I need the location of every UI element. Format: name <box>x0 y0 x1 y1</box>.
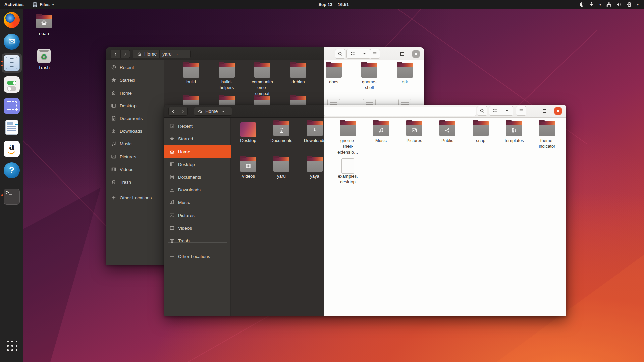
app-menu-files[interactable]: Files ▼ <box>30 0 57 9</box>
file-item-videos[interactable]: Videos <box>232 105 264 105</box>
sidebar-item-desktop[interactable]: Desktop <box>164 158 231 171</box>
location-entry[interactable] <box>324 107 476 116</box>
sidebar-item-pictures[interactable]: Pictures <box>164 209 231 222</box>
night-light-icon <box>579 2 584 7</box>
dock-item-thunderbird[interactable] <box>4 34 20 50</box>
sidebar-item-desktop[interactable]: Desktop <box>106 99 164 112</box>
file-item-yaya[interactable]: yayayaya <box>299 105 331 105</box>
sidebar-item-pictures[interactable]: Pictures <box>106 150 164 163</box>
file-item-gnome-shell[interactable]: gnome-shell <box>353 47 385 48</box>
file-item-debian[interactable]: debian <box>282 47 314 48</box>
list-view-button[interactable] <box>347 49 359 58</box>
clock-icon <box>169 123 175 129</box>
folder-icon <box>307 159 323 172</box>
dock-item-files[interactable] <box>4 55 20 71</box>
file-item-build[interactable]: build <box>175 47 207 48</box>
sidebar-item-home[interactable]: Home <box>106 86 164 99</box>
front-window-path-bar[interactable]: Home <box>194 107 232 116</box>
folder-icon <box>373 123 389 136</box>
file-item-theme-indicator[interactable]: theme-indicator <box>531 105 563 105</box>
list-view-button[interactable] <box>489 106 501 115</box>
clock-date: Sep 13 <box>318 2 332 7</box>
dock-item-amazon[interactable] <box>4 141 20 157</box>
back-button[interactable] <box>169 107 178 115</box>
file-item-music[interactable]: Music <box>365 105 397 105</box>
sidebar-item-music[interactable]: Music <box>164 196 231 209</box>
back-window-search-button[interactable] <box>335 49 345 59</box>
folder-icon <box>506 123 522 136</box>
dock-item-settings[interactable] <box>4 76 20 93</box>
dock-item-help[interactable] <box>4 162 20 178</box>
file-item-gtk[interactable]: gtk <box>389 47 421 48</box>
back-window-close-button[interactable] <box>412 50 420 58</box>
dock-item-terminal[interactable] <box>4 189 20 205</box>
front-window-view-toggle[interactable] <box>489 106 513 116</box>
front-window-search-button[interactable] <box>477 106 487 116</box>
view-options-button[interactable] <box>501 106 513 115</box>
file-item-pictures[interactable]: Pictures <box>398 105 430 105</box>
forward-button[interactable] <box>178 107 188 115</box>
back-window-minimize-button[interactable] <box>385 50 392 58</box>
back-window-view-toggle[interactable] <box>346 49 371 59</box>
music-icon <box>169 200 175 205</box>
sidebar-item-home[interactable]: Home <box>164 145 231 158</box>
file-item-docs[interactable]: docs <box>318 47 350 48</box>
sidebar-item-documents[interactable]: Documents <box>106 112 164 125</box>
folder-icon <box>290 65 306 78</box>
view-options-button[interactable] <box>359 49 370 58</box>
sidebar-item-downloads[interactable]: Downloads <box>106 125 164 137</box>
forward-button[interactable] <box>121 50 130 58</box>
file-item-yaru[interactable]: yaru <box>265 105 298 105</box>
star-icon <box>169 136 175 141</box>
activities-button[interactable]: Activities <box>2 0 26 9</box>
dock-item-screenshot[interactable] <box>4 98 20 114</box>
path-segment[interactable]: Home <box>144 51 157 57</box>
front-window-minimize-button[interactable] <box>527 107 534 115</box>
front-window-close-button[interactable] <box>554 107 562 115</box>
folder-icon <box>340 123 356 136</box>
sidebar-item-label: Other Locations <box>178 254 210 259</box>
sidebar-item-other-locations[interactable]: Other Locations <box>106 191 164 204</box>
desktop-icon-trash[interactable]: ♻ Trash <box>29 48 59 70</box>
sidebar-separator <box>110 184 160 184</box>
system-tray[interactable]: ▼▼ <box>574 0 644 9</box>
sidebar-item-music[interactable]: Music <box>106 137 164 150</box>
back-window-menu-button[interactable] <box>370 49 380 59</box>
file-item-examples-desktop[interactable]: examples.desktop <box>332 105 364 105</box>
sidebar-item-documents[interactable]: Documents <box>164 171 231 183</box>
front-window-menu-button[interactable] <box>516 106 526 116</box>
file-item-templates[interactable]: Templates <box>498 105 530 105</box>
sidebar-item-label: Home <box>178 149 190 154</box>
file-item-communitheme-compat[interactable]: communitheme-compat <box>246 47 278 48</box>
dock-item-libreoffice-writer[interactable] <box>4 119 20 135</box>
sidebar-item-starred[interactable]: Starred <box>164 132 231 145</box>
path-segment[interactable]: Home <box>205 109 218 114</box>
amazon-icon <box>4 141 20 157</box>
back-window-path-bar[interactable]: Homeyaru <box>133 50 191 58</box>
clock-button[interactable]: Sep 13 16:51 <box>307 0 361 9</box>
running-indicator-dot <box>1 194 3 196</box>
front-window-maximize-button[interactable] <box>541 107 548 115</box>
back-button[interactable] <box>111 50 120 58</box>
file-item-snap[interactable]: snap <box>465 105 497 105</box>
sidebar-item-videos[interactable]: Videos <box>164 222 231 234</box>
sidebar-item-trash[interactable]: Trash <box>164 234 231 247</box>
sidebar-item-videos[interactable]: Videos <box>106 163 164 176</box>
sidebar-item-other-locations[interactable]: Other Locations <box>164 250 231 263</box>
file-item-public[interactable]: Public <box>431 105 464 105</box>
sidebar-item-trash[interactable]: Trash <box>106 176 164 188</box>
hamburger-menu-icon <box>519 108 524 113</box>
show-applications-button[interactable] <box>0 337 23 357</box>
folder-icon <box>307 123 323 136</box>
sidebar-item-recent[interactable]: Recent <box>164 120 231 132</box>
dock-item-firefox[interactable] <box>4 12 20 28</box>
back-window-maximize-button[interactable] <box>398 50 406 58</box>
sidebar-item-starred[interactable]: Starred <box>106 74 164 86</box>
path-segment[interactable]: yaru <box>162 51 171 57</box>
file-item-build-helpers[interactable]: build-helpers <box>211 47 243 48</box>
desktop-icon-eoan[interactable]: eoan <box>29 14 59 36</box>
sidebar-item-recent[interactable]: Recent <box>106 61 164 74</box>
clock-icon <box>111 65 116 70</box>
folder-icon <box>326 65 342 78</box>
sidebar-item-downloads[interactable]: Downloads <box>164 183 231 196</box>
